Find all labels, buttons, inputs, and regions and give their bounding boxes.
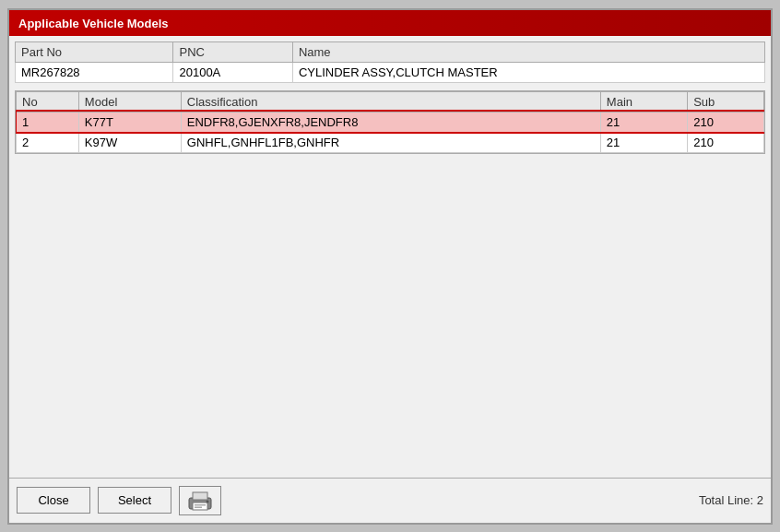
col-header-name: Name bbox=[292, 41, 764, 62]
part-no-value: MR267828 bbox=[16, 62, 173, 82]
window-title: Applicable Vehicle Models bbox=[18, 17, 169, 30]
name-value: CYLINDER ASSY,CLUTCH MASTER bbox=[292, 62, 764, 82]
main-window: Applicable Vehicle Models Part No PNC Na… bbox=[7, 8, 773, 525]
svg-rect-3 bbox=[195, 504, 206, 506]
svg-point-5 bbox=[207, 500, 209, 502]
pnc-value: 20100A bbox=[173, 62, 292, 82]
content-area: Part No PNC Name MR267828 20100A CYLINDE… bbox=[9, 36, 771, 478]
vehicle-table-wrapper: No Model Classification Main Sub 1K77TEN… bbox=[15, 90, 765, 154]
footer: Close Select Total Line: 2 bbox=[9, 478, 771, 523]
col-header-model: Model bbox=[78, 91, 181, 112]
col-header-classification: Classification bbox=[181, 91, 600, 112]
select-button[interactable]: Select bbox=[98, 487, 171, 514]
cell-main: 21 bbox=[600, 132, 687, 152]
part-info-row: MR267828 20100A CYLINDER ASSY,CLUTCH MAS… bbox=[16, 62, 765, 82]
cell-model: K97W bbox=[78, 132, 181, 152]
total-line: Total Line: 2 bbox=[699, 493, 763, 507]
part-info-table: Part No PNC Name MR267828 20100A CYLINDE… bbox=[15, 41, 765, 83]
printer-icon bbox=[187, 491, 213, 511]
cell-model: K77T bbox=[78, 112, 181, 132]
cell-sub: 210 bbox=[688, 112, 764, 132]
col-header-part-no: Part No bbox=[16, 41, 173, 62]
col-header-no: No bbox=[17, 91, 79, 112]
cell-sub: 210 bbox=[688, 132, 764, 152]
vehicle-table-header-row: No Model Classification Main Sub bbox=[17, 91, 764, 112]
table-row[interactable]: 2K97WGNHFL,GNHFL1FB,GNHFR21210 bbox=[17, 132, 764, 152]
print-button[interactable] bbox=[179, 486, 221, 515]
cell-no: 1 bbox=[17, 112, 79, 132]
svg-rect-1 bbox=[193, 492, 207, 500]
svg-rect-2 bbox=[193, 502, 207, 510]
table-row[interactable]: 1K77TENDFR8,GJENXFR8,JENDFR821210 bbox=[17, 112, 764, 132]
col-header-pnc: PNC bbox=[173, 41, 292, 62]
close-button[interactable]: Close bbox=[17, 487, 90, 514]
col-header-main: Main bbox=[600, 91, 687, 112]
title-bar: Applicable Vehicle Models bbox=[9, 10, 771, 36]
svg-rect-4 bbox=[195, 506, 202, 508]
col-header-sub: Sub bbox=[688, 91, 764, 112]
vehicle-table: No Model Classification Main Sub 1K77TEN… bbox=[16, 91, 764, 153]
cell-main: 21 bbox=[600, 112, 687, 132]
cell-classification: ENDFR8,GJENXFR8,JENDFR8 bbox=[181, 112, 600, 132]
cell-no: 2 bbox=[17, 132, 79, 152]
cell-classification: GNHFL,GNHFL1FB,GNHFR bbox=[181, 132, 600, 152]
